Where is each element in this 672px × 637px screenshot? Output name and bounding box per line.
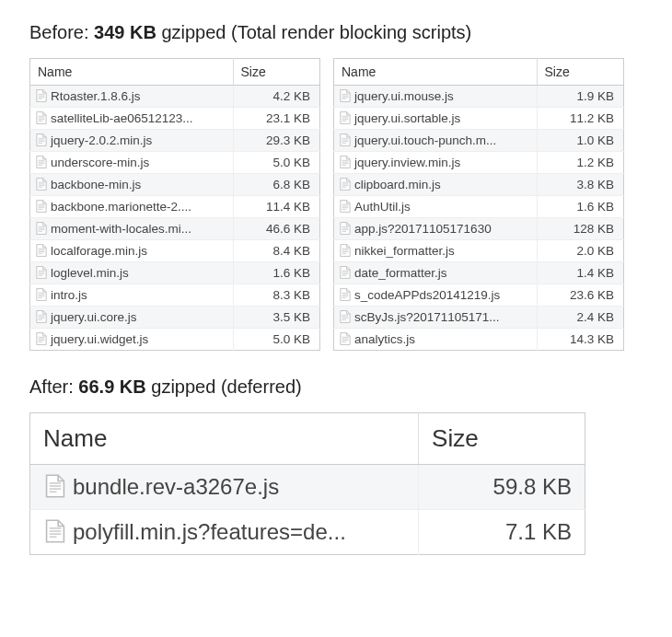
file-name-label: bundle.rev-a3267e.js (73, 474, 279, 499)
file-name-label: jquery.ui.mouse.js (354, 89, 454, 103)
table-row[interactable]: jquery.ui.core.js3.5 KB (30, 307, 320, 329)
table-row[interactable]: clipboard.min.js3.8 KB (334, 174, 624, 196)
file-icon (340, 288, 351, 301)
table-row[interactable]: Rtoaster.1.8.6.js4.2 KB (30, 86, 320, 108)
after-heading: After: 66.9 KB gzipped (deferred) (29, 376, 643, 398)
file-name-cell[interactable]: bundle.rev-a3267e.js (30, 465, 419, 510)
file-name-cell[interactable]: jquery.ui.touch-punch.m... (334, 130, 538, 152)
file-name-cell[interactable]: moment-with-locales.mi... (30, 218, 234, 240)
file-size-cell: 4.2 KB (233, 86, 320, 108)
before-heading-bold: 349 KB (94, 22, 156, 42)
file-name-cell[interactable]: AuthUtil.js (334, 196, 538, 218)
file-name-label: jquery.ui.touch-punch.m... (354, 133, 496, 147)
file-size-cell: 7.1 KB (419, 510, 585, 555)
before-left-table: Name Size Rtoaster.1.8.6.js4.2 KBsatelli… (29, 58, 320, 351)
file-name-cell[interactable]: app.js?20171105171630 (334, 218, 538, 240)
after-heading-bold: 66.9 KB (78, 376, 145, 397)
file-name-cell[interactable]: polyfill.min.js?features=de... (30, 510, 419, 555)
file-name-cell[interactable]: analytics.js (334, 329, 538, 351)
file-name-cell[interactable]: nikkei_formatter.js (334, 240, 538, 262)
file-name-cell[interactable]: jquery.ui.core.js (30, 307, 234, 329)
column-header-name[interactable]: Name (30, 59, 234, 86)
table-row[interactable]: underscore-min.js5.0 KB (30, 152, 320, 174)
table-row[interactable]: loglevel.min.js1.6 KB (30, 262, 320, 284)
file-icon (340, 178, 351, 191)
file-name-cell[interactable]: intro.js (30, 284, 234, 307)
table-row[interactable]: jquery.ui.sortable.js11.2 KB (334, 108, 624, 130)
file-size-cell: 1.0 KB (537, 130, 624, 152)
table-row[interactable]: bundle.rev-a3267e.js59.8 KB (30, 465, 585, 510)
table-row[interactable]: s_codeAPPds20141219.js23.6 KB (334, 284, 624, 307)
column-header-size[interactable]: Size (233, 59, 320, 86)
file-icon (340, 266, 351, 279)
file-name-cell[interactable]: backbone.marionette-2.... (30, 196, 234, 218)
file-name-cell[interactable]: jquery.ui.widget.js (30, 329, 234, 351)
before-left-tbody: Rtoaster.1.8.6.js4.2 KBsatelliteLib-ae06… (30, 86, 320, 351)
file-icon (340, 244, 351, 257)
file-name-label: nikkei_formatter.js (354, 244, 455, 258)
file-icon (36, 288, 47, 301)
file-name-cell[interactable]: jquery.ui.sortable.js (334, 108, 538, 130)
file-name-cell[interactable]: loglevel.min.js (30, 262, 234, 284)
before-heading: Before: 349 KB gzipped (Total render blo… (29, 22, 643, 43)
file-name-label: jquery.inview.min.js (354, 156, 460, 169)
file-size-cell: 2.4 KB (537, 307, 624, 329)
column-header-name[interactable]: Name (30, 413, 419, 465)
file-icon (340, 200, 351, 213)
file-name-label: jquery-2.0.2.min.js (51, 133, 152, 147)
file-name-cell[interactable]: date_formatter.js (334, 262, 538, 284)
file-name-label: date_formatter.js (354, 266, 447, 280)
table-row[interactable]: intro.js8.3 KB (30, 284, 320, 307)
file-name-cell[interactable]: jquery-2.0.2.min.js (30, 130, 234, 152)
table-row[interactable]: app.js?20171105171630128 KB (334, 218, 624, 240)
file-icon (340, 133, 351, 146)
column-header-size[interactable]: Size (537, 59, 624, 86)
file-size-cell: 14.3 KB (537, 329, 624, 351)
table-row[interactable]: backbone-min.js6.8 KB (30, 174, 320, 196)
file-name-cell[interactable]: s_codeAPPds20141219.js (334, 284, 538, 307)
file-name-cell[interactable]: backbone-min.js (30, 174, 234, 196)
file-name-cell[interactable]: clipboard.min.js (334, 174, 538, 196)
file-icon (340, 222, 351, 235)
table-row[interactable]: jquery.ui.widget.js5.0 KB (30, 329, 320, 351)
file-name-label: clipboard.min.js (354, 178, 441, 191)
file-name-label: intro.js (51, 288, 87, 302)
file-name-cell[interactable]: jquery.inview.min.js (334, 152, 538, 174)
table-row[interactable]: localforage.min.js8.4 KB (30, 240, 320, 262)
before-tables-row: Name Size Rtoaster.1.8.6.js4.2 KBsatelli… (29, 58, 643, 351)
table-row[interactable]: moment-with-locales.mi...46.6 KB (30, 218, 320, 240)
table-row[interactable]: jquery-2.0.2.min.js29.3 KB (30, 130, 320, 152)
file-name-cell[interactable]: satelliteLib-ae06512123... (30, 108, 234, 130)
file-size-cell: 128 KB (537, 218, 624, 240)
file-name-label: Rtoaster.1.8.6.js (51, 89, 141, 103)
file-size-cell: 1.4 KB (537, 262, 624, 284)
column-header-size[interactable]: Size (419, 413, 585, 465)
table-row[interactable]: nikkei_formatter.js2.0 KB (334, 240, 624, 262)
file-size-cell: 11.4 KB (233, 196, 320, 218)
table-row[interactable]: jquery.inview.min.js1.2 KB (334, 152, 624, 174)
table-row[interactable]: AuthUtil.js1.6 KB (334, 196, 624, 218)
table-row[interactable]: date_formatter.js1.4 KB (334, 262, 624, 284)
after-table: Name Size bundle.rev-a3267e.js59.8 KBpol… (29, 412, 585, 555)
table-row[interactable]: polyfill.min.js?features=de...7.1 KB (30, 510, 585, 555)
column-header-name[interactable]: Name (334, 59, 538, 86)
file-name-cell[interactable]: Rtoaster.1.8.6.js (30, 86, 234, 108)
table-row[interactable]: analytics.js14.3 KB (334, 329, 624, 351)
file-size-cell: 5.0 KB (233, 329, 320, 351)
file-icon (36, 111, 47, 124)
file-name-cell[interactable]: jquery.ui.mouse.js (334, 86, 538, 108)
file-name-cell[interactable]: underscore-min.js (30, 152, 234, 174)
file-size-cell: 1.6 KB (537, 196, 624, 218)
file-name-label: backbone-min.js (51, 178, 141, 191)
file-icon (36, 200, 47, 213)
file-icon (36, 266, 47, 279)
file-name-cell[interactable]: scByJs.js?20171105171... (334, 307, 538, 329)
file-name-label: jquery.ui.core.js (51, 310, 137, 324)
table-row[interactable]: jquery.ui.touch-punch.m...1.0 KB (334, 130, 624, 152)
table-row[interactable]: backbone.marionette-2....11.4 KB (30, 196, 320, 218)
file-name-cell[interactable]: localforage.min.js (30, 240, 234, 262)
table-row[interactable]: jquery.ui.mouse.js1.9 KB (334, 86, 624, 108)
after-heading-suffix: gzipped (deferred) (146, 376, 302, 397)
table-row[interactable]: satelliteLib-ae06512123...23.1 KB (30, 108, 320, 130)
table-row[interactable]: scByJs.js?20171105171...2.4 KB (334, 307, 624, 329)
